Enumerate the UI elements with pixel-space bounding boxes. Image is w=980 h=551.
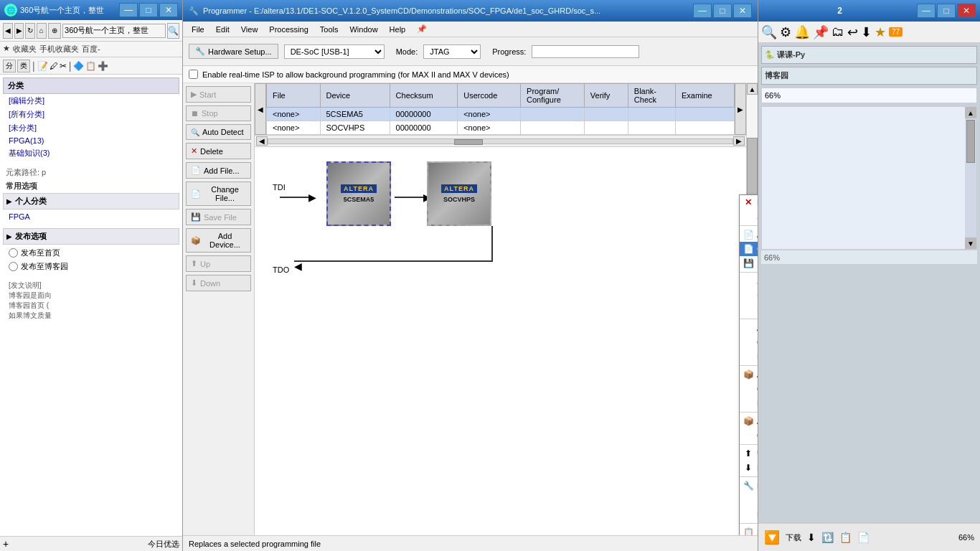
ctx-add-file[interactable]: 📄 Add File... xyxy=(740,227,758,242)
up-btn[interactable]: ⬆ Up xyxy=(186,255,251,272)
menu-processing[interactable]: Processing xyxy=(263,24,314,35)
sidebar-header-publish[interactable]: ▶ 发布选项 xyxy=(3,228,179,245)
auto-detect-btn[interactable]: 🔍 Auto Detect xyxy=(186,124,251,140)
taskbar-icon-3[interactable]: 🔃 xyxy=(821,532,834,543)
right-restore-btn[interactable]: □ xyxy=(937,4,956,18)
save-file-btn[interactable]: 💾 Save File xyxy=(186,209,251,225)
search-icon[interactable]: 🔍 xyxy=(167,23,179,39)
ctx-delete-pr[interactable]: Delete PR Programming File xyxy=(740,349,758,364)
sidebar-publish-item-1[interactable]: 发布至首页 xyxy=(3,246,179,260)
nav-back-btn[interactable]: ◀ xyxy=(3,23,13,39)
browser-restore-btn[interactable]: □ xyxy=(139,3,158,17)
sidebar-item-uncategorized[interactable]: [未分类] xyxy=(3,121,179,135)
menu-edit[interactable]: Edit xyxy=(210,24,235,35)
right-icon-1[interactable]: 🔍 xyxy=(761,24,777,40)
sidebar-item-fpga2[interactable]: FPGA xyxy=(3,211,179,222)
right-badge[interactable]: 77 xyxy=(889,27,903,37)
start-btn[interactable]: ▶ Start xyxy=(186,86,251,103)
right-icon-6[interactable]: ↩ xyxy=(847,24,858,40)
menu-view[interactable]: View xyxy=(235,24,264,35)
nav-unknown-btn[interactable]: ⊕ xyxy=(48,23,61,39)
toolbar-icon-6[interactable]: ✂ xyxy=(60,61,67,71)
add-device-btn[interactable]: 📦 Add Device... xyxy=(186,228,251,253)
scroll-right-thumb[interactable]: ▶ xyxy=(733,136,745,146)
right-icon-3[interactable]: 🔔 xyxy=(794,24,810,40)
ctx-change-file[interactable]: 📄 Change File xyxy=(740,242,758,256)
taskbar-icon-2[interactable]: ⬇ xyxy=(807,532,816,543)
scroll-left-thumb[interactable]: ◀ xyxy=(256,136,268,146)
ctx-define-cfi[interactable]: Define CFI Flash Device xyxy=(740,507,758,522)
right-star-icon[interactable]: ★ xyxy=(875,24,886,40)
minimize-btn[interactable]: — xyxy=(693,4,712,18)
sidebar-header-personal[interactable]: ▶ 个人分类 xyxy=(3,193,179,209)
ctx-properties[interactable]: 📋 Properties xyxy=(740,525,758,535)
toolbar-icon-2[interactable]: 类 xyxy=(17,60,30,72)
scroll-up-arrow[interactable]: ▲ xyxy=(747,83,758,95)
toolbar-icon-1[interactable]: 分 xyxy=(3,60,16,72)
address-input[interactable] xyxy=(62,24,166,38)
taskbar-icon-4[interactable]: 📋 xyxy=(839,532,852,543)
ctx-change-pr[interactable]: Change PR Programming File... xyxy=(740,335,758,349)
device-dropdown[interactable]: DE-SoC [USB-1] xyxy=(284,44,385,59)
scroll-right-arrow[interactable]: ▶ xyxy=(735,83,746,135)
mode-dropdown[interactable]: JTAG xyxy=(423,44,481,59)
bookmark-collections[interactable]: 收藏夹 xyxy=(13,44,37,55)
right-scrollbar[interactable]: ▲ ▼ xyxy=(965,107,976,249)
menu-tools[interactable]: Tools xyxy=(314,24,344,35)
right-icon-4[interactable]: 📌 xyxy=(813,24,829,40)
sidebar-item-basics[interactable]: 基础知识(3) xyxy=(3,146,179,160)
today-label[interactable]: 今日优选 xyxy=(148,539,179,550)
sidebar-add-btn[interactable]: + 今日优选 xyxy=(0,536,182,551)
toolbar-icon-8[interactable]: 📋 xyxy=(85,61,96,71)
ctx-attach-flash[interactable]: 📦 Attach Flash Device... xyxy=(740,367,758,382)
isp-checkbox[interactable] xyxy=(189,70,198,79)
bookmark-mobile[interactable]: 手机收藏夹 xyxy=(39,44,79,55)
ctx-delete[interactable]: ✕ Delete Del xyxy=(740,195,758,209)
sidebar-path[interactable]: 元素路径: p xyxy=(3,166,179,179)
add-file-btn[interactable]: 📄 Add File... xyxy=(186,162,251,179)
sidebar-item-fpga[interactable]: FPGA(13) xyxy=(3,135,179,146)
close-btn[interactable]: ✕ xyxy=(733,4,752,18)
delete-btn[interactable]: ✕ Delete xyxy=(186,143,251,159)
taskbar-download-label[interactable]: 下载 xyxy=(786,532,801,543)
right-scroll-up[interactable]: ▲ xyxy=(965,107,976,118)
bookmark-baidu[interactable]: 百度- xyxy=(82,44,100,55)
sidebar-item-all-category[interactable]: [所有分类] xyxy=(3,108,179,121)
nav-forward-btn[interactable]: ▶ xyxy=(14,23,24,39)
sidebar-header-categories[interactable]: 分类 xyxy=(3,77,179,94)
restore-btn[interactable]: □ xyxy=(713,4,732,18)
toolbar-icon-5[interactable]: 🖊 xyxy=(50,61,58,71)
toolbar-icon-9[interactable]: ➕ xyxy=(98,61,108,71)
stop-btn[interactable]: ⏹ Stop xyxy=(186,105,251,121)
menu-help[interactable]: Help xyxy=(384,24,412,35)
right-min-btn[interactable]: — xyxy=(917,4,936,18)
ctx-select-all[interactable]: Select All Ctrl+A xyxy=(740,209,758,224)
browser-close-btn[interactable]: ✕ xyxy=(159,3,178,17)
right-close-btn[interactable]: ✕ xyxy=(957,4,976,18)
ctx-add-pr[interactable]: Add PR Programming File... xyxy=(740,321,758,335)
ctx-up[interactable]: ⬆ Up xyxy=(740,446,758,461)
change-file-btn[interactable]: 📄 Change File... xyxy=(186,182,251,206)
menu-file[interactable]: File xyxy=(186,24,210,35)
ctx-change-device[interactable]: Change Device xyxy=(740,428,758,443)
ctx-change-flash[interactable]: Change Flash Device... xyxy=(740,382,758,396)
table-row[interactable]: <none> SOCVHPS 00000000 <none> xyxy=(267,121,735,135)
ctx-add-device[interactable]: 📦 Add Device... xyxy=(740,414,758,428)
toolbar-icon-7[interactable]: 🔷 xyxy=(73,61,84,71)
hardware-setup-btn[interactable]: 🔧 Hardware Setup... xyxy=(189,44,278,59)
right-scroll-down[interactable]: ▼ xyxy=(965,237,976,249)
ctx-hw-setup[interactable]: 🔧 Hardware Setup xyxy=(740,479,758,493)
menu-pin[interactable]: 📌 xyxy=(411,23,433,35)
sidebar-publish-item-2[interactable]: 发布至博客园 xyxy=(3,260,179,273)
nav-refresh-btn[interactable]: ↻ xyxy=(25,23,35,39)
menu-window[interactable]: Window xyxy=(344,24,383,35)
table-row[interactable]: <none> 5CSEMA5 00000000 <none> xyxy=(267,108,735,121)
ctx-down[interactable]: ⬇ Down xyxy=(740,461,758,475)
radio-publish-home[interactable] xyxy=(9,248,18,258)
right-icon-2[interactable]: ⚙ xyxy=(780,24,791,40)
taskbar-icon-5[interactable]: 📄 xyxy=(857,532,870,543)
toolbar-icon-4[interactable]: 📝 xyxy=(37,61,48,71)
sidebar-item-edit-category[interactable]: [编辑分类] xyxy=(3,94,179,108)
right-icon-7[interactable]: ⬇ xyxy=(861,24,872,40)
ctx-isp-clamp[interactable]: ISP CLAMP State Editor xyxy=(740,493,758,507)
